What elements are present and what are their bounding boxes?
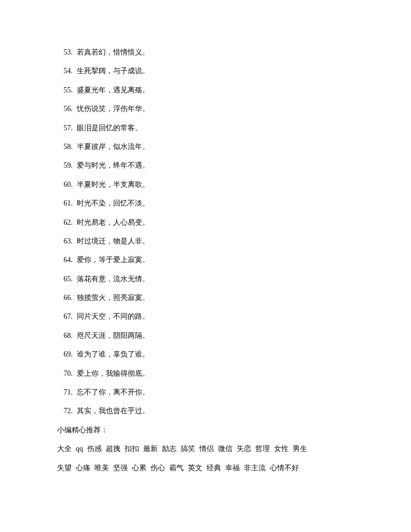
item-number: 57. xyxy=(57,122,77,134)
tag: 心痛 xyxy=(76,464,90,472)
item-text: 独揽萤火，照亮寂寞。 xyxy=(77,292,354,304)
tag: 大全 xyxy=(57,445,72,453)
item-number: 71. xyxy=(57,387,77,398)
tag: 坚强 xyxy=(113,464,128,472)
item-number: 64. xyxy=(57,254,77,266)
item-number: 70. xyxy=(57,368,77,379)
item-number: 53. xyxy=(57,47,77,58)
item-text: 半夏彼岸，似水流年。 xyxy=(77,141,354,153)
item-number: 69. xyxy=(57,349,77,360)
item-text: 若真若幻，惜情惜义。 xyxy=(77,47,354,58)
list-item: 55.盛夏光年，遇见离殇。 xyxy=(57,85,354,96)
tag: 扣扣 xyxy=(125,445,139,453)
tag: 经典 xyxy=(207,464,221,472)
list-item: 62.时光易老，人心易变。 xyxy=(57,217,354,228)
item-number: 67. xyxy=(57,311,77,322)
list-item: 56.忧伤说笑，浮伤年华。 xyxy=(57,103,354,115)
item-number: 54. xyxy=(57,65,77,77)
item-number: 72. xyxy=(57,405,77,417)
tag: 励志 xyxy=(162,445,176,453)
list-item: 69.谁为了谁，辜负了谁。 xyxy=(57,349,354,360)
item-text: 同片天空，不同的路。 xyxy=(77,311,354,322)
tag: 唯美 xyxy=(94,464,109,472)
tag: 心情不好 xyxy=(270,464,299,472)
item-number: 56. xyxy=(57,103,77,115)
item-text: 忘不了你，离不开你。 xyxy=(77,387,354,398)
tag: 失恋 xyxy=(237,445,251,453)
tag: 幸福 xyxy=(225,464,240,472)
list-item: 54.生死挈阔，与子成说。 xyxy=(57,65,354,77)
tag: 英文 xyxy=(188,464,202,472)
item-text: 忧伤说笑，浮伤年华。 xyxy=(77,103,354,115)
numbered-list: 53.若真若幻，惜情惜义。54.生死挈阔，与子成说。55.盛夏光年，遇见离殇。5… xyxy=(57,47,354,417)
item-number: 55. xyxy=(57,85,77,96)
tag: 伤心 xyxy=(150,464,165,472)
item-text: 爱你，等于爱上寂寞。 xyxy=(77,254,354,266)
tag: 超拽 xyxy=(106,445,120,453)
item-text: 眼泪是回忆的常客。 xyxy=(77,122,354,134)
item-text: 其实，我也曾在乎过。 xyxy=(77,405,354,417)
item-text: 时光不染，回忆不淡。 xyxy=(77,198,354,209)
tags-row-2: 失望心痛唯美坚强心累伤心霸气英文经典幸福非主流心情不好 xyxy=(57,462,354,474)
tag: 哲理 xyxy=(255,445,270,453)
item-text: 谁为了谁，辜负了谁。 xyxy=(77,349,354,360)
item-text: 爱上你，我输得彻底。 xyxy=(77,368,354,379)
tag: 心累 xyxy=(132,464,146,472)
tag: 搞笑 xyxy=(181,445,195,453)
tag: 伤感 xyxy=(87,445,102,453)
item-text: 半夏时光，半支离歌。 xyxy=(77,179,354,190)
list-item: 71.忘不了你，离不开你。 xyxy=(57,387,354,398)
item-number: 58. xyxy=(57,141,77,153)
list-item: 66.独揽萤火，照亮寂寞。 xyxy=(57,292,354,304)
tag: 失望 xyxy=(57,464,72,472)
tag: 男生 xyxy=(293,445,307,453)
list-item: 61.时光不染，回忆不淡。 xyxy=(57,198,354,209)
item-text: 生死挈阔，与子成说。 xyxy=(77,65,354,77)
list-item: 72.其实，我也曾在乎过。 xyxy=(57,405,354,417)
list-item: 59.爱与时光，终年不遇。 xyxy=(57,160,354,171)
list-item: 53.若真若幻，惜情惜义。 xyxy=(57,47,354,58)
tag: qq xyxy=(76,445,83,453)
item-text: 落花有意，流水无情。 xyxy=(77,274,354,285)
item-number: 66. xyxy=(57,292,77,304)
tag: 情侣 xyxy=(199,445,214,453)
recommend-title: 小编精心推荐： xyxy=(57,425,354,436)
item-number: 60. xyxy=(57,179,77,190)
item-text: 爱与时光，终年不遇。 xyxy=(77,160,354,171)
item-number: 68. xyxy=(57,330,77,342)
tag: 女性 xyxy=(274,445,289,453)
list-item: 58.半夏彼岸，似水流年。 xyxy=(57,141,354,153)
item-number: 61. xyxy=(57,198,77,209)
list-item: 57.眼泪是回忆的常客。 xyxy=(57,122,354,134)
item-text: 咫尺天涯，阴阳两隔。 xyxy=(77,330,354,342)
item-text: 时光易老，人心易变。 xyxy=(77,217,354,228)
list-item: 70.爱上你，我输得彻底。 xyxy=(57,368,354,379)
item-text: 盛夏光年，遇见离殇。 xyxy=(77,85,354,96)
list-item: 67.同片天空，不同的路。 xyxy=(57,311,354,322)
list-item: 68.咫尺天涯，阴阳两隔。 xyxy=(57,330,354,342)
item-number: 63. xyxy=(57,236,77,247)
list-item: 65.落花有意，流水无情。 xyxy=(57,274,354,285)
item-number: 59. xyxy=(57,160,77,171)
tags-row-1: 大全qq伤感超拽扣扣最新励志搞笑情侣微信失恋哲理女性男生 xyxy=(57,443,354,455)
tag: 微信 xyxy=(218,445,232,453)
list-item: 64.爱你，等于爱上寂寞。 xyxy=(57,254,354,266)
tag: 最新 xyxy=(143,445,158,453)
item-number: 65. xyxy=(57,274,77,285)
item-number: 62. xyxy=(57,217,77,228)
item-text: 时过境迁，物是人非。 xyxy=(77,236,354,247)
list-item: 63.时过境迁，物是人非。 xyxy=(57,236,354,247)
tag: 霸气 xyxy=(169,464,184,472)
list-item: 60.半夏时光，半支离歌。 xyxy=(57,179,354,190)
tag: 非主流 xyxy=(244,464,266,472)
